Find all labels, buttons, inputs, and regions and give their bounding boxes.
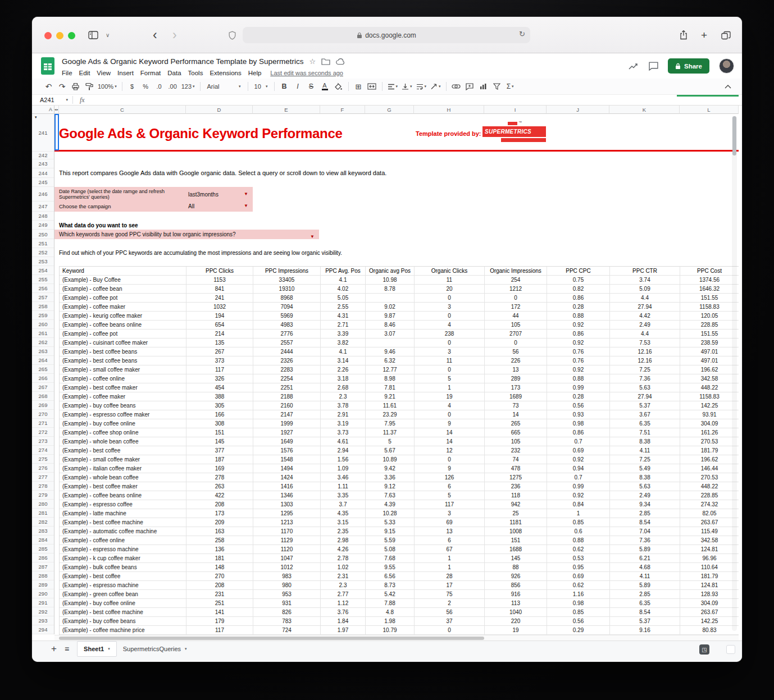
- zoom-select[interactable]: 100%▾: [96, 80, 119, 93]
- cell[interactable]: 5: [415, 491, 485, 500]
- cell[interactable]: 151.55: [680, 330, 739, 338]
- cell[interactable]: 3.35: [321, 491, 366, 500]
- cell[interactable]: 124.81: [680, 545, 739, 554]
- cell[interactable]: 1689: [485, 392, 547, 401]
- cell[interactable]: 12.77: [366, 365, 415, 374]
- cell[interactable]: 305: [186, 401, 253, 410]
- cell[interactable]: 11: [415, 356, 485, 365]
- table-header-cell[interactable]: Keyword: [60, 267, 186, 276]
- row-header-272[interactable]: 272: [32, 428, 54, 437]
- row-header-274[interactable]: 274: [32, 446, 54, 455]
- cell[interactable]: 7.25: [610, 365, 680, 374]
- cell[interactable]: 2557: [253, 338, 321, 347]
- cell[interactable]: 1: [547, 509, 610, 518]
- cell[interactable]: 2444: [253, 347, 321, 356]
- cell[interactable]: 342.58: [680, 374, 739, 383]
- cell[interactable]: 9.42: [366, 464, 415, 473]
- cell[interactable]: 0.88: [547, 374, 610, 383]
- cell[interactable]: 783: [253, 617, 321, 626]
- reload-icon[interactable]: ↻: [519, 30, 525, 38]
- cell[interactable]: 2: [415, 599, 485, 608]
- cell[interactable]: (Example) - small coffee maker: [60, 455, 186, 464]
- document-title[interactable]: Google Ads & Organic Keyword Performance…: [62, 57, 303, 66]
- cell[interactable]: 258: [186, 536, 253, 545]
- cell[interactable]: 179: [186, 617, 253, 626]
- menu-tools[interactable]: Tools: [185, 70, 207, 76]
- cell[interactable]: 2.85: [610, 509, 680, 518]
- cell[interactable]: 117: [186, 626, 253, 635]
- cell[interactable]: 3.82: [321, 338, 366, 347]
- cell[interactable]: 10.79: [366, 626, 415, 635]
- cell[interactable]: 2254: [253, 374, 321, 383]
- cell[interactable]: 11: [415, 276, 485, 285]
- cell[interactable]: (Example) - coffee shop online: [60, 428, 186, 437]
- cell[interactable]: 2.94: [321, 446, 366, 455]
- date-range-dropdown-icon[interactable]: ▼: [244, 191, 248, 196]
- cell[interactable]: 2.55: [321, 303, 366, 312]
- cell[interactable]: 7.36: [610, 374, 680, 383]
- question-select[interactable]: Which keywords have good PPC visibility …: [54, 230, 319, 239]
- cell[interactable]: 115.49: [680, 527, 739, 536]
- cell[interactable]: 2.85: [610, 590, 680, 599]
- cell[interactable]: 8.46: [366, 321, 415, 330]
- tab-menu-icon[interactable]: ▾: [108, 647, 110, 651]
- cell[interactable]: 5: [366, 437, 415, 446]
- cell[interactable]: 251: [186, 599, 253, 608]
- cell[interactable]: 388: [186, 392, 253, 401]
- horizontal-scrollbar-thumb[interactable]: [59, 637, 484, 640]
- cell[interactable]: 263.67: [680, 518, 739, 527]
- cell[interactable]: (Example) - buy coffee online: [60, 599, 186, 608]
- cell[interactable]: 6.21: [610, 554, 680, 563]
- vertical-scrollbar-thumb[interactable]: [732, 116, 736, 155]
- cell[interactable]: 4.1: [321, 276, 366, 285]
- cell[interactable]: 304.09: [680, 419, 739, 428]
- cell[interactable]: 9.21: [366, 392, 415, 401]
- cell[interactable]: 926: [485, 572, 547, 581]
- cell[interactable]: 161.26: [680, 428, 739, 437]
- cell[interactable]: 75: [415, 590, 485, 599]
- cell[interactable]: 4: [415, 401, 485, 410]
- cell[interactable]: 0.92: [547, 365, 610, 374]
- minimize-window-button[interactable]: [56, 32, 63, 39]
- cell[interactable]: (Example) - best coffee maker: [60, 482, 186, 491]
- cell[interactable]: 4.26: [321, 545, 366, 554]
- cell[interactable]: 8.98: [366, 374, 415, 383]
- cell[interactable]: 1158.83: [680, 303, 739, 312]
- cell[interactable]: 0.76: [547, 356, 610, 365]
- cell[interactable]: 1: [415, 563, 485, 572]
- cell[interactable]: 5.33: [366, 518, 415, 527]
- row-header-269[interactable]: 269: [32, 401, 54, 410]
- menu-extensions[interactable]: Extensions: [206, 70, 244, 76]
- row-header-278[interactable]: 278: [32, 482, 54, 491]
- cell[interactable]: (Example) - green coffee bean: [60, 590, 186, 599]
- cell[interactable]: 0.99: [547, 383, 610, 392]
- table-header-cell[interactable]: Organic avg Pos: [366, 267, 415, 276]
- row-header-244[interactable]: 244: [32, 168, 54, 178]
- cell[interactable]: 2283: [253, 365, 321, 374]
- cell[interactable]: 69: [415, 518, 485, 527]
- cell[interactable]: 497.01: [680, 347, 739, 356]
- functions-icon[interactable]: Σ▾: [504, 80, 517, 93]
- cell[interactable]: 5.37: [610, 617, 680, 626]
- cell[interactable]: 942: [485, 500, 547, 509]
- cell[interactable]: 4983: [253, 321, 321, 330]
- cell[interactable]: 1.11: [321, 482, 366, 491]
- cell[interactable]: 1012: [253, 563, 321, 572]
- cell[interactable]: 1275: [485, 473, 547, 482]
- column-header-C[interactable]: C: [59, 106, 186, 114]
- cell[interactable]: (Example) - espresso coffee maker: [60, 410, 186, 419]
- cell[interactable]: 856: [485, 581, 547, 590]
- format-currency-button[interactable]: $: [126, 80, 139, 93]
- cell[interactable]: 274.32: [680, 500, 739, 509]
- font-select[interactable]: Arial▾: [204, 80, 244, 93]
- cell[interactable]: 377: [186, 446, 253, 455]
- print-icon[interactable]: [69, 80, 82, 93]
- menu-insert[interactable]: Insert: [114, 70, 137, 76]
- vertical-align-icon[interactable]: ▾: [400, 80, 414, 93]
- cell[interactable]: 8.54: [610, 518, 680, 527]
- column-header-H[interactable]: H: [414, 106, 484, 114]
- cell[interactable]: 9.16: [610, 626, 680, 635]
- cell[interactable]: 9.15: [366, 527, 415, 536]
- trend-icon[interactable]: [629, 62, 639, 70]
- cell[interactable]: 13: [415, 527, 485, 536]
